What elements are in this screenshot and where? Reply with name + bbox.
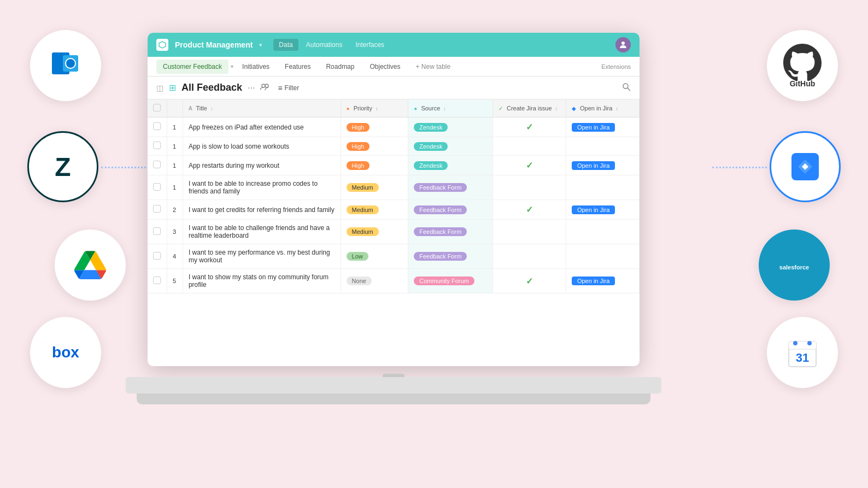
table-row: 1App restarts during my workoutHighZende…: [148, 156, 640, 175]
row-priority: High: [341, 156, 408, 175]
row-jira-create: [492, 137, 566, 156]
row-jira-open: [566, 137, 639, 156]
priority-badge: None: [347, 277, 372, 285]
tab-features[interactable]: Features: [278, 60, 317, 74]
filter-label: Filter: [285, 84, 300, 92]
svg-text:31: 31: [796, 351, 809, 364]
row-checkbox-4[interactable]: [153, 205, 161, 213]
laptop-base-top: [126, 377, 661, 393]
row-priority: High: [341, 117, 408, 137]
source-badge: Zendesk: [414, 142, 448, 151]
row-title: I want to get credits for referring frie…: [183, 200, 341, 220]
source-badge: Feedback Form: [414, 227, 467, 236]
row-title: App is slow to load some workouts: [183, 137, 341, 156]
share-icon[interactable]: [260, 83, 270, 93]
th-jira-create[interactable]: ✓ Create Jira issue ↕: [492, 99, 566, 117]
row-jira-create: ✓: [492, 117, 566, 137]
jira-open-sort-arrow: ↕: [615, 106, 618, 111]
outlook-icon: [30, 30, 101, 101]
dotted-line-right: [712, 167, 767, 168]
gcal-icon: 31: [767, 317, 838, 388]
app-logo: [156, 39, 168, 51]
svg-point-14: [621, 42, 625, 45]
table-container: A Title ↕ ● Priority ↕ ● Source ↕: [148, 99, 640, 293]
row-checkbox-6[interactable]: [153, 252, 161, 260]
row-title: App freezes on iPad after extended use: [183, 117, 341, 137]
tab-bar: Customer Feedback ▾ Initiatives Features…: [148, 57, 640, 77]
title-dropdown-icon[interactable]: ▾: [259, 42, 262, 49]
row-jira-open: Open in Jira: [566, 269, 639, 293]
salesforce-icon: salesforce: [759, 230, 830, 301]
priority-badge: Low: [347, 252, 368, 261]
row-checkbox-5[interactable]: [153, 227, 161, 235]
row-jira-open: Open in Jira: [566, 156, 639, 175]
laptop-base-bottom: [137, 393, 650, 404]
table-row: 1App is slow to load some workoutsHighZe…: [148, 137, 640, 156]
table-options-icon[interactable]: ···: [248, 83, 255, 93]
priority-col-icon: ●: [347, 105, 350, 111]
tab-objectives[interactable]: Objectives: [363, 60, 407, 74]
sidebar-toggle-icon[interactable]: ◫: [156, 84, 163, 92]
source-col-icon: ●: [414, 105, 417, 111]
th-priority[interactable]: ● Priority ↕: [341, 99, 408, 117]
tab-new-table[interactable]: + New table: [409, 60, 458, 74]
open-in-jira-button[interactable]: Open in Jira: [572, 277, 615, 285]
priority-badge: High: [347, 161, 370, 170]
th-title-label: Title: [196, 105, 207, 111]
row-priority: None: [341, 269, 408, 293]
search-button[interactable]: [622, 83, 631, 93]
row-checkbox-0[interactable]: [153, 122, 161, 130]
title-col-icon: A: [189, 105, 192, 111]
row-checkbox-3[interactable]: [153, 183, 161, 191]
source-sort-arrow: ↕: [443, 106, 446, 111]
svg-marker-13: [159, 42, 166, 48]
row-jira-create: ✓: [492, 156, 566, 175]
tab-customer-feedback[interactable]: Customer Feedback: [156, 60, 228, 74]
th-source[interactable]: ● Source ↕: [408, 99, 493, 117]
select-all-checkbox[interactable]: [153, 104, 161, 111]
filter-button[interactable]: ≡ Filter: [278, 84, 299, 92]
nav-data[interactable]: Data: [273, 39, 298, 51]
table-row: 2I want to get credits for referring fri…: [148, 200, 640, 220]
app-header: Product Management ▾ Data Automations In…: [148, 33, 640, 57]
tab-dropdown-icon[interactable]: ▾: [231, 63, 233, 69]
row-checkbox-1[interactable]: [153, 142, 161, 149]
th-jira-open-label: Open in Jira: [580, 105, 612, 111]
row-title: I want to see my performance vs. my best…: [183, 244, 341, 269]
svg-line-18: [627, 88, 630, 91]
open-in-jira-button[interactable]: Open in Jira: [572, 205, 615, 214]
table-title: All Feedback: [181, 82, 242, 93]
th-title[interactable]: A Title ↕: [183, 99, 341, 117]
jira-create-sort-arrow: ↕: [555, 106, 558, 111]
row-priority: High: [341, 137, 408, 156]
row-jira-create: [492, 244, 566, 269]
jira-open-col-icon: ◆: [572, 105, 576, 111]
table-row: 4I want to see my performance vs. my bes…: [148, 244, 640, 269]
row-jira-create: [492, 175, 566, 200]
open-in-jira-button[interactable]: Open in Jira: [572, 161, 615, 170]
row-jira-create: [492, 220, 566, 244]
user-avatar[interactable]: [615, 37, 631, 52]
row-title: I want to be able to challenge friends a…: [183, 220, 341, 244]
zendesk-bg-icon: Z: [27, 131, 98, 202]
row-checkbox-7[interactable]: [153, 277, 161, 284]
row-jira-create: ✓: [492, 269, 566, 293]
th-jira-open[interactable]: ◆ Open in Jira ↕: [566, 99, 639, 117]
nav-automations[interactable]: Automations: [301, 39, 348, 51]
th-num: [167, 99, 183, 117]
open-in-jira-button[interactable]: Open in Jira: [572, 123, 615, 132]
table-row: 5I want to show my stats on my community…: [148, 269, 640, 293]
row-num: 1: [167, 137, 183, 156]
row-source: Zendesk: [408, 137, 493, 156]
table-row: 1App freezes on iPad after extended useH…: [148, 117, 640, 137]
source-badge: Feedback Form: [414, 252, 467, 261]
row-checkbox-2[interactable]: [153, 161, 161, 168]
tab-roadmap[interactable]: Roadmap: [319, 60, 361, 74]
nav-interfaces[interactable]: Interfaces: [350, 39, 390, 51]
row-title: I want to be able to increase promo code…: [183, 175, 341, 200]
table-row: 3I want to be able to challenge friends …: [148, 220, 640, 244]
priority-badge: Medium: [347, 227, 379, 236]
extensions-label: Extensions: [601, 63, 631, 70]
priority-sort-arrow: ↕: [376, 106, 378, 111]
tab-initiatives[interactable]: Initiatives: [236, 60, 276, 74]
